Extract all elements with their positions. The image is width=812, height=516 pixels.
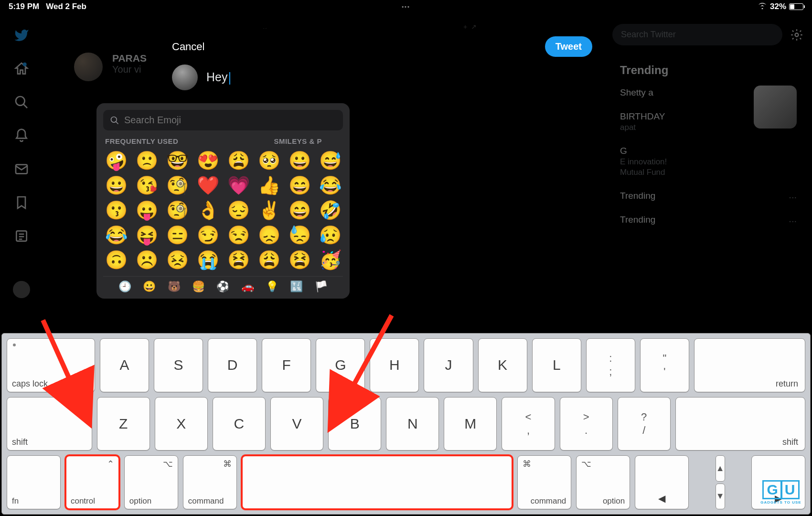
emoji-cell[interactable]: 😍 [195,150,221,171]
emoji-cell[interactable]: 😓 [287,225,312,246]
search-twitter-input[interactable]: Search Twitter [612,24,782,45]
key-return[interactable]: return [694,338,805,392]
key-v[interactable]: V [270,397,323,451]
gear-icon[interactable] [790,28,803,42]
emoji-cell[interactable]: 😝 [134,225,160,246]
emoji-cell[interactable]: 🤓 [164,150,190,171]
emoji-cell[interactable]: 😒 [225,225,251,246]
emoji-tab[interactable]: 🕘 [118,280,131,293]
key-caps-lock[interactable]: caps lock [7,338,95,392]
key-fn[interactable]: fn [7,455,61,509]
key-d[interactable]: D [208,338,257,392]
key-k[interactable]: K [478,338,527,392]
tweet-button[interactable]: Tweet [545,36,592,57]
emoji-tab[interactable]: ⚽ [216,280,229,293]
key-control[interactable]: ⌃control [65,455,119,509]
profile-avatar[interactable] [13,281,30,298]
emoji-tab[interactable]: 🐻 [168,280,181,293]
emoji-tab[interactable]: 🔣 [290,280,303,293]
key-b[interactable]: B [328,397,381,451]
emoji-cell[interactable]: 👌 [195,200,221,221]
key-h[interactable]: H [370,338,419,392]
emoji-search-field[interactable] [103,110,343,130]
emoji-cell[interactable]: 😑 [164,225,190,246]
emoji-cell[interactable]: 🤣 [317,200,343,221]
emoji-cell[interactable]: 🥺 [256,150,282,171]
emoji-cell[interactable]: 🤪 [103,150,129,171]
key-x[interactable]: X [155,397,208,451]
emoji-cell[interactable]: 😔 [225,200,251,221]
key-punct[interactable]: "' [640,338,689,392]
emoji-cell[interactable]: 😏 [195,225,221,246]
emoji-tab[interactable]: 💡 [266,280,278,293]
emoji-cell[interactable]: 🧐 [164,175,190,196]
key-arrow-left[interactable]: ◀ [635,455,689,509]
emoji-cell[interactable]: ❤️ [195,175,221,196]
bell-icon[interactable] [14,128,29,143]
key-n[interactable]: N [386,397,439,451]
key-g[interactable]: G [316,338,365,392]
emoji-cell[interactable]: 😞 [256,225,282,246]
key-j[interactable]: J [424,338,473,392]
trend-row[interactable]: BIRTHDAY apat [612,105,803,139]
emoji-cell[interactable]: ✌️ [256,200,282,221]
emoji-search-input[interactable] [124,115,336,126]
emoji-cell[interactable]: 😀 [287,150,312,171]
key-command-right[interactable]: ⌘command [517,455,571,509]
mail-icon[interactable] [14,161,29,177]
twitter-logo-icon[interactable] [14,28,29,43]
trend-row[interactable]: Shetty a [612,81,803,105]
emoji-cell[interactable]: 😀 [103,175,129,196]
emoji-cell[interactable]: 😭 [195,249,221,270]
key-s[interactable]: S [154,338,203,392]
lists-icon[interactable] [14,228,29,244]
emoji-cell[interactable]: 😂 [317,175,343,196]
emoji-cell[interactable]: 😛 [134,200,160,221]
key-shift-left[interactable]: shift [7,397,92,451]
key-shift-right[interactable]: shift [675,397,805,451]
cancel-button[interactable]: Cancel [172,41,204,53]
emoji-cell[interactable]: 🙃 [103,249,129,270]
emoji-cell[interactable]: 😫 [287,249,312,270]
key-l[interactable]: L [532,338,581,392]
emoji-cell[interactable]: 😥 [317,225,343,246]
emoji-cell[interactable]: 🥳 [317,249,343,270]
trend-row[interactable]: G E innovation! Mutual Fund [612,139,803,184]
emoji-cell[interactable]: 😣 [164,249,190,270]
home-icon[interactable] [14,61,29,76]
emoji-cell[interactable]: 😗 [103,200,129,221]
key-c[interactable]: C [213,397,266,451]
emoji-cell[interactable]: 💗 [225,175,251,196]
emoji-cell[interactable]: 😄 [287,175,312,196]
emoji-cell[interactable]: 🙁 [134,150,160,171]
multitask-dots[interactable]: ••• [402,4,410,10]
emoji-tab[interactable]: 🍔 [192,280,205,293]
key-option-right[interactable]: ⌥option [576,455,630,509]
key-arrow-up[interactable]: ▲ [716,455,725,481]
key-command-left[interactable]: ⌘command [183,455,237,509]
more-dots-icon[interactable]: ··· [789,215,797,226]
emoji-cell[interactable]: 😩 [256,249,282,270]
trend-row[interactable]: Trending ··· [612,208,803,232]
more-dots-icon[interactable]: ··· [789,192,797,203]
emoji-tab[interactable]: 😀 [143,280,156,293]
emoji-cell[interactable]: 🧐 [164,200,190,221]
key-z[interactable]: Z [97,397,150,451]
emoji-cell[interactable]: 😄 [287,200,312,221]
emoji-cell[interactable]: ☹️ [134,249,160,270]
emoji-cell[interactable]: 😩 [225,150,251,171]
compose-text-input[interactable]: Hey [206,70,230,84]
emoji-cell[interactable]: 👍 [256,175,282,196]
key-f[interactable]: F [262,338,311,392]
key-m[interactable]: M [444,397,497,451]
emoji-cell[interactable]: 😂 [103,225,129,246]
emoji-tab[interactable]: 🚗 [241,280,254,293]
key-punct[interactable]: >. [560,397,613,451]
key-punct[interactable]: <, [502,397,555,451]
trend-row[interactable]: Trending ··· [612,184,803,208]
key-option-left[interactable]: ⌥option [124,455,178,509]
emoji-cell[interactable]: 😅 [317,150,343,171]
emoji-tab[interactable]: 🏳️ [315,280,328,293]
key-arrow-down[interactable]: ▼ [716,484,725,509]
bookmark-icon[interactable] [14,195,29,210]
